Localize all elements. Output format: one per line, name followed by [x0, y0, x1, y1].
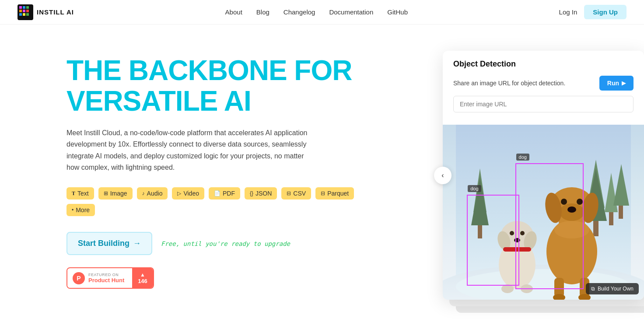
build-your-own-button[interactable]: ⧉ Build Your Own: [586, 283, 639, 294]
ph-logo: P: [73, 272, 85, 284]
start-arrow-icon: →: [133, 239, 141, 248]
svg-rect-19: [609, 212, 613, 225]
image-icon: ⊞: [104, 190, 108, 196]
demo-card: Object Detection Share an image URL for …: [443, 51, 644, 300]
hero-actions: Start Building → Free, until you're read…: [66, 232, 355, 255]
tag-csv[interactable]: ⊟ CSV: [281, 187, 311, 200]
tag-image[interactable]: ⊞ Image: [98, 187, 133, 200]
hero-title-line2: VERSATILE AI: [66, 85, 251, 117]
pdf-icon: 📄: [214, 190, 220, 196]
svg-rect-17: [593, 221, 598, 236]
tag-video-label: Video: [183, 190, 199, 197]
svg-rect-1: [19, 6, 22, 9]
svg-rect-8: [23, 13, 25, 16]
logo-text: INSTILL AI: [37, 8, 74, 16]
carousel-prev-button[interactable]: ‹: [434, 167, 452, 184]
ph-vote-count: ▲ 146: [132, 268, 153, 288]
image-url-input[interactable]: [453, 96, 634, 112]
hero-title-line1: THE BACKBONE FOR: [66, 55, 352, 86]
tag-csv-label: CSV: [293, 190, 306, 197]
nav-links: About Blog Changelog Documentation GitHu…: [225, 8, 408, 16]
card-title: Object Detection: [453, 60, 634, 69]
bbox-dog1-label: dog: [468, 185, 481, 192]
svg-point-31: [501, 284, 514, 293]
svg-rect-2: [23, 6, 25, 9]
video-icon: ▷: [177, 190, 181, 196]
tag-audio[interactable]: ♪ Audio: [137, 187, 168, 200]
logo[interactable]: INSTILL AI: [18, 4, 74, 20]
nav-blog[interactable]: Blog: [256, 8, 270, 16]
tag-image-label: Image: [110, 190, 127, 197]
hero-section: THE BACKBONE FOR VERSATILE AI Meet Insti…: [0, 24, 644, 336]
start-building-button[interactable]: Start Building →: [66, 232, 152, 255]
start-building-label: Start Building: [78, 239, 130, 248]
signup-button[interactable]: Sign Up: [584, 5, 626, 19]
text-icon: 𝐓: [72, 190, 75, 196]
data-type-tags: 𝐓 Text ⊞ Image ♪ Audio ▷ Video 📄 PDF {}: [66, 187, 355, 216]
run-label: Run: [607, 80, 619, 87]
free-text: Free, until you're ready to upgrade: [161, 240, 290, 247]
build-your-own-label: Build Your Own: [598, 286, 634, 292]
tag-pdf-label: PDF: [223, 190, 235, 197]
svg-rect-6: [26, 10, 29, 12]
svg-rect-7: [19, 13, 22, 16]
hero-title: THE BACKBONE FOR VERSATILE AI: [66, 55, 355, 117]
tag-text-label: Text: [77, 190, 89, 197]
tag-parquet[interactable]: ⊟ Parquet: [315, 187, 354, 200]
nav-about[interactable]: About: [225, 8, 242, 16]
tag-more[interactable]: • More: [66, 204, 95, 216]
ph-featured-label: FEATURED ON: [88, 273, 124, 277]
tag-text[interactable]: 𝐓 Text: [66, 187, 94, 200]
bbox-dog1: dog: [467, 195, 519, 286]
nav-actions: Log In Sign Up: [559, 5, 626, 19]
detection-image: dog dog ⧉ Build Your Own: [443, 125, 644, 300]
tag-audio-label: Audio: [147, 190, 163, 197]
product-hunt-badge[interactable]: P FEATURED ON Product Hunt ▲ 146: [66, 267, 154, 289]
run-button[interactable]: Run ▶: [599, 76, 634, 91]
nav-documentation[interactable]: Documentation: [329, 8, 373, 16]
tag-more-label: More: [76, 206, 90, 214]
audio-icon: ♪: [142, 190, 145, 196]
tag-parquet-label: Parquet: [327, 190, 349, 197]
json-icon: {}: [250, 190, 253, 196]
demo-wrapper: Object Detection Share an image URL for …: [443, 51, 644, 300]
nav-github[interactable]: GitHub: [387, 8, 408, 16]
external-link-icon: ⧉: [591, 286, 595, 292]
card-description: Share an image URL for object detection.: [453, 80, 565, 87]
logo-icon: [18, 4, 33, 20]
svg-rect-21: [619, 206, 623, 219]
hero-description: Meet Instill Cloud, a no-code/low-code p…: [66, 127, 312, 174]
demo-section: Object Detection Share an image URL for …: [443, 51, 644, 300]
svg-rect-9: [26, 13, 29, 16]
card-image-wrap: dog dog ⧉ Build Your Own: [443, 125, 644, 300]
card-header: Object Detection Share an image URL for …: [443, 51, 644, 125]
parquet-icon: ⊟: [321, 190, 325, 196]
hero-left: THE BACKBONE FOR VERSATILE AI Meet Insti…: [66, 51, 355, 289]
card-top-row: Share an image URL for object detection.…: [453, 76, 634, 91]
tag-pdf[interactable]: 📄 PDF: [209, 187, 240, 200]
ph-upvote-icon: ▲: [140, 272, 145, 278]
ph-count-value: 146: [138, 278, 147, 284]
run-icon: ▶: [622, 80, 626, 86]
bbox-dog2: dog: [515, 163, 584, 289]
ph-info: FEATURED ON Product Hunt: [88, 273, 124, 284]
chevron-left-icon: ‹: [441, 172, 444, 179]
login-button[interactable]: Log In: [559, 8, 578, 16]
bbox-dog2-label: dog: [516, 154, 529, 161]
navigation: INSTILL AI About Blog Changelog Document…: [0, 0, 644, 24]
nav-changelog[interactable]: Changelog: [284, 8, 315, 16]
svg-rect-4: [19, 10, 22, 12]
svg-rect-5: [23, 10, 25, 12]
tag-json-label: JSON: [256, 190, 272, 197]
more-icon: •: [72, 207, 74, 213]
ph-left: P FEATURED ON Product Hunt: [67, 269, 132, 288]
svg-rect-3: [26, 6, 29, 9]
ph-name-label: Product Hunt: [88, 277, 124, 284]
csv-icon: ⊟: [287, 190, 291, 196]
tag-video[interactable]: ▷ Video: [172, 187, 204, 200]
tag-json[interactable]: {} JSON: [245, 187, 277, 200]
